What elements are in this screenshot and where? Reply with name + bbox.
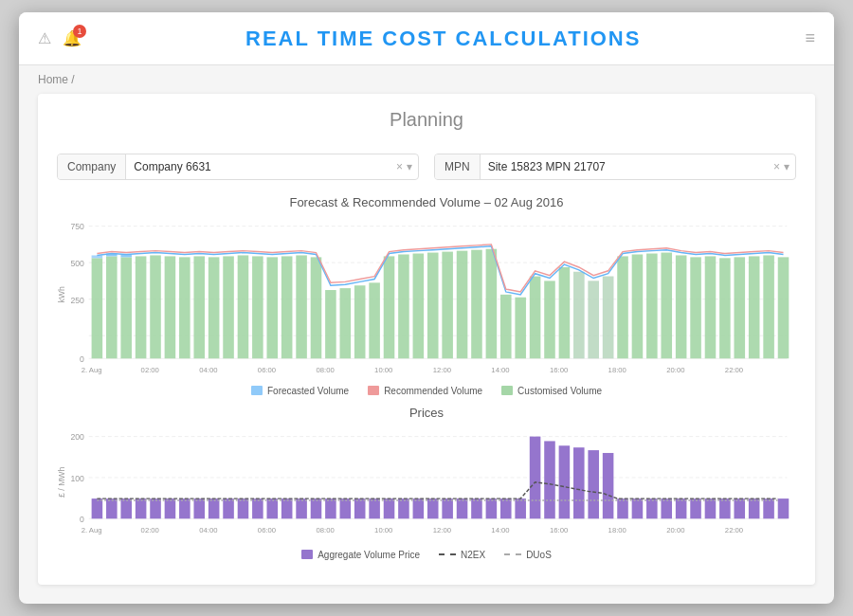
company-clear[interactable]: ×	[396, 160, 403, 173]
svg-rect-20	[193, 257, 205, 359]
svg-text:250: 250	[70, 296, 84, 305]
svg-text:14:00: 14:00	[491, 366, 509, 374]
svg-text:12:00: 12:00	[433, 525, 451, 534]
svg-rect-21	[209, 258, 220, 359]
prices-chart-section: Prices 200 100 0 £ / MWh	[57, 406, 796, 560]
svg-rect-117	[588, 450, 599, 518]
svg-text:20:00: 20:00	[666, 366, 684, 374]
legend-n2ex: N2EX	[439, 550, 485, 560]
svg-rect-58	[705, 257, 717, 359]
svg-rect-29	[325, 290, 336, 358]
svg-text:10:00: 10:00	[374, 366, 392, 374]
svg-rect-84	[106, 498, 118, 518]
company-dropdown[interactable]: ▾	[407, 160, 412, 173]
svg-rect-104	[398, 498, 409, 518]
svg-text:04:00: 04:00	[199, 525, 217, 534]
svg-rect-12	[106, 257, 118, 359]
svg-text:£ / MWh: £ / MWh	[57, 466, 66, 497]
svg-rect-110	[486, 498, 498, 518]
svg-rect-27	[296, 256, 307, 359]
svg-text:10:00: 10:00	[374, 525, 392, 534]
svg-rect-62	[763, 256, 774, 359]
svg-rect-57	[690, 258, 701, 359]
svg-rect-107	[442, 498, 453, 518]
filter-row: Company Company 6631 × ▾ MPN Site 15823 …	[57, 154, 796, 180]
alert-icon[interactable]: ⚠	[38, 29, 51, 47]
svg-rect-102	[369, 498, 380, 518]
legend-forecasted: Forecasted Volume	[251, 386, 349, 396]
svg-text:2. Aug: 2. Aug	[82, 525, 102, 534]
volume-chart-legend: Forecasted Volume Recommended Volume Cus…	[57, 386, 796, 396]
legend-recommended-icon	[368, 386, 379, 395]
svg-rect-56	[676, 256, 687, 359]
svg-rect-55	[661, 253, 672, 359]
svg-rect-11	[92, 256, 103, 259]
svg-rect-34	[398, 255, 409, 359]
svg-rect-85	[120, 498, 132, 518]
legend-n2ex-label: N2EX	[461, 550, 485, 560]
svg-rect-14	[120, 258, 132, 359]
svg-text:02:00: 02:00	[141, 525, 159, 534]
svg-text:22:00: 22:00	[725, 525, 743, 534]
svg-rect-121	[646, 498, 658, 518]
company-filter-actions: × ▾	[390, 160, 418, 173]
svg-rect-45	[559, 267, 571, 358]
legend-duos-icon	[504, 553, 521, 555]
svg-rect-116	[573, 447, 585, 518]
svg-rect-37	[442, 252, 453, 359]
svg-rect-51	[603, 277, 614, 359]
svg-rect-59	[719, 259, 731, 359]
svg-rect-90	[193, 498, 205, 518]
svg-rect-96	[281, 498, 293, 518]
svg-rect-111	[500, 498, 512, 518]
svg-text:16:00: 16:00	[550, 525, 568, 534]
svg-rect-42	[515, 298, 526, 359]
svg-rect-18	[165, 257, 176, 359]
legend-duos: DUoS	[504, 550, 552, 560]
svg-rect-127	[734, 498, 745, 518]
svg-rect-54	[646, 254, 658, 359]
legend-aggregate-icon	[301, 550, 313, 559]
breadcrumb-home[interactable]: Home	[38, 73, 68, 86]
svg-rect-43	[530, 277, 541, 359]
svg-text:14:00: 14:00	[491, 525, 509, 534]
svg-rect-87	[150, 498, 161, 518]
svg-text:04:00: 04:00	[199, 366, 217, 374]
svg-rect-39	[471, 250, 482, 359]
svg-rect-115	[559, 445, 571, 518]
menu-icon[interactable]: ≡	[805, 28, 815, 48]
legend-customised-label: Customised Volume	[517, 386, 602, 396]
notification-bell[interactable]: 🔔 1	[63, 29, 82, 47]
svg-rect-112	[515, 498, 526, 518]
svg-text:06:00: 06:00	[258, 525, 276, 534]
mpn-dropdown[interactable]: ▾	[784, 160, 789, 173]
svg-rect-19	[179, 258, 191, 359]
svg-rect-23	[238, 256, 249, 359]
prices-chart-title: Prices	[57, 406, 796, 420]
legend-forecasted-label: Forecasted Volume	[267, 386, 349, 396]
mpn-filter: MPN Site 15823 MPN 21707 × ▾	[434, 154, 796, 180]
svg-text:0: 0	[80, 354, 84, 364]
legend-forecasted-icon	[251, 386, 263, 395]
legend-duos-label: DUoS	[526, 550, 552, 560]
svg-text:18:00: 18:00	[608, 525, 626, 534]
svg-rect-106	[427, 498, 439, 518]
svg-rect-17	[150, 256, 161, 359]
svg-text:200: 200	[70, 432, 84, 442]
svg-rect-35	[413, 254, 425, 359]
svg-text:2. Aug: 2. Aug	[82, 366, 102, 374]
top-bar-icons: ⚠ 🔔 1	[38, 29, 82, 47]
svg-rect-98	[311, 498, 322, 518]
svg-rect-36	[427, 253, 439, 359]
svg-rect-83	[92, 498, 103, 518]
prices-chart-wrapper: 200 100 0 £ / MWh	[57, 427, 796, 546]
svg-rect-88	[165, 498, 176, 518]
app-title: REAL TIME COST CALCULATIONS	[82, 27, 805, 51]
svg-rect-128	[749, 498, 760, 518]
legend-customised: Customised Volume	[501, 386, 602, 396]
company-label: Company	[58, 154, 126, 179]
mpn-clear[interactable]: ×	[773, 160, 780, 173]
svg-rect-49	[588, 281, 599, 359]
svg-rect-108	[457, 498, 468, 518]
svg-rect-123	[676, 498, 687, 518]
